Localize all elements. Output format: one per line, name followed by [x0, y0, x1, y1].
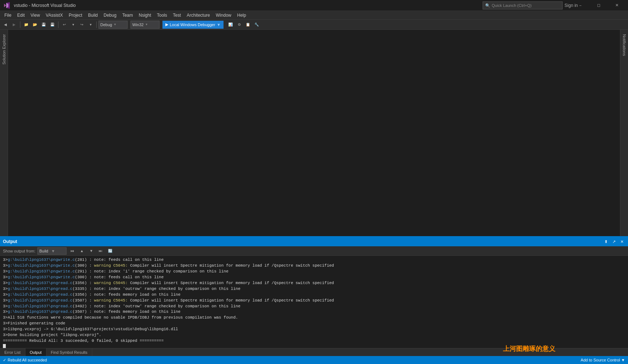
menu-file[interactable]: File	[1, 11, 14, 20]
output-source-label: Show output from:	[3, 249, 35, 253]
output-header: Output ⬆ ↗ ✕	[0, 237, 628, 246]
source-control-label: Add to Source Control ▼	[581, 358, 625, 362]
title-bar: vstudio - Microsoft Visual Studio 🔍 Quic…	[0, 0, 628, 11]
menu-test[interactable]: Test	[170, 11, 184, 20]
menu-debug[interactable]: Debug	[101, 11, 119, 20]
output-line: 3>All 518 functions were compiled becaus…	[3, 315, 625, 321]
output-btn-1[interactable]: ⏮	[69, 247, 76, 255]
output-line: ========== Rebuild All: 3 succeeded, 0 f…	[3, 338, 625, 344]
tab-find-symbol[interactable]: Find Symbol Results	[47, 348, 92, 356]
output-toolbar: Show output from: Build ▼ ⏮ ▲ ▼ ⏭ 🔄	[0, 246, 628, 256]
menu-window[interactable]: Window	[213, 11, 234, 20]
tab-error-list[interactable]: Error List	[0, 348, 25, 356]
back-button[interactable]: ◀	[1, 21, 9, 29]
output-title: Output	[3, 239, 601, 244]
menu-view[interactable]: View	[28, 11, 43, 20]
output-line: 3>g:\build\lpng1637\pngwrite.c(300) : no…	[3, 275, 625, 280]
output-btn-5[interactable]: 🔄	[106, 247, 114, 255]
sign-in-button[interactable]: Add to Source Control ▼ Sign in	[561, 1, 581, 9]
output-line: 3>Finished generating code	[3, 321, 625, 327]
platform-label: Win32	[132, 23, 144, 27]
output-line: 3>g:\build\lpng1637\pngread.c(3335) : no…	[3, 286, 625, 292]
output-content[interactable]: 3>g:\build\lpng1637\pngwrite.c(281) : no…	[0, 256, 628, 356]
output-close-btn[interactable]: ✕	[619, 238, 625, 245]
start-debug-button[interactable]: ▶ Local Windows Debugger ▼	[162, 21, 224, 29]
separator-1	[20, 21, 20, 28]
output-line: 3>g:\build\lpng1637\pngread.c(3507) : wa…	[3, 298, 625, 304]
forward-button[interactable]: ▶	[10, 21, 18, 29]
output-source-dropdown[interactable]: Build ▼	[37, 247, 67, 255]
status-message: Rebuild All succeeded	[8, 358, 47, 362]
menu-nsight[interactable]: Nsight	[136, 11, 154, 20]
new-project-btn[interactable]: 📁	[22, 21, 30, 29]
menu-team[interactable]: Team	[119, 11, 136, 20]
play-icon: ▶	[165, 22, 168, 27]
output-btn-3[interactable]: ▼	[88, 247, 95, 255]
menu-architecture[interactable]: Architecture	[184, 11, 213, 20]
output-line: 3>g:\build\lpng1637\pngwrite.c(300) : wa…	[3, 263, 625, 269]
debug-mode-dropdown[interactable]: Debug ▼	[98, 21, 128, 29]
debugger-label: Local Windows Debugger	[170, 23, 215, 27]
undo-btn[interactable]: ↩	[60, 21, 68, 29]
menu-tools[interactable]: Tools	[154, 11, 170, 20]
check-icon: ✓	[3, 358, 6, 363]
menu-build[interactable]: Build	[85, 11, 101, 20]
menu-vassistx[interactable]: VAssistX	[43, 11, 66, 20]
output-dock-btn[interactable]: ↗	[611, 238, 617, 245]
output-line: 3>libpng.vcxproj -> G:\Build\lpng1637\pr…	[3, 327, 625, 332]
output-source-arrow: ▼	[51, 249, 55, 253]
output-line: 3>g:\build\lpng1637\pngwrite.c(281) : no…	[3, 257, 625, 263]
restore-button[interactable]: ◻	[590, 0, 607, 11]
output-btn-4[interactable]: ⏭	[97, 247, 104, 255]
toolbar-extra-1[interactable]: 📊	[226, 21, 234, 29]
toolbar-extra-4[interactable]: 🔧	[253, 21, 261, 29]
output-line: 3>g:\build\lpng1637\pngread.c(3356) : no…	[3, 292, 625, 298]
search-icon: 🔍	[485, 3, 490, 8]
watermark-text: 上河图雕琢的意义	[503, 344, 555, 353]
debug-mode-label: Debug	[100, 23, 112, 27]
open-btn[interactable]: 📂	[31, 21, 39, 29]
output-line: 3>Done building project "libpng.vcxproj"…	[3, 332, 625, 338]
output-float-btn[interactable]: ⬆	[603, 238, 609, 245]
save-btn[interactable]: 💾	[40, 21, 48, 29]
solution-explorer-label[interactable]: Solution Explorer	[1, 31, 7, 68]
quick-launch-bar[interactable]: 🔍 Quick Launch (Ctrl+Q)	[483, 1, 563, 9]
save-all-btn[interactable]: 💾	[48, 21, 56, 29]
menu-edit[interactable]: Edit	[14, 11, 28, 20]
source-control-button[interactable]: Add to Source Control ▼	[581, 358, 625, 362]
status-right-area: Add to Source Control ▼	[581, 358, 625, 362]
menu-bar: File Edit View VAssistX Project Build De…	[0, 11, 628, 20]
toolbar-extra-2[interactable]: ⚙	[235, 21, 243, 29]
status-check-icon: ✓ Rebuild All succeeded	[3, 358, 47, 363]
output-line: 3>g:\build\lpng1637\pngread.c(3507) : no…	[3, 309, 625, 315]
separator-2	[58, 21, 59, 28]
output-line: 3>g:\build\lpng1637\pngread.c(3492) : no…	[3, 304, 625, 310]
notifications-label[interactable]: Notifications	[621, 31, 627, 59]
toolbar: ◀ ▶ 📁 📂 💾 💾 ↩ ▾ ↪ ▾ Debug ▼ Win32 ▼ ▶ Lo…	[0, 20, 628, 30]
undo-dropdown[interactable]: ▾	[69, 21, 77, 29]
platform-dropdown[interactable]: Win32 ▼	[130, 21, 160, 29]
menu-help[interactable]: Help	[234, 11, 249, 20]
output-panel: Output ⬆ ↗ ✕ Show output from: Build ▼ ⏮…	[0, 236, 628, 356]
close-button[interactable]: ✕	[608, 0, 625, 11]
redo-btn[interactable]: ↪	[78, 21, 86, 29]
separator-3	[96, 21, 97, 28]
toolbar-extra-3[interactable]: 📋	[244, 21, 252, 29]
output-source-value: Build	[39, 249, 48, 253]
debug-mode-arrow: ▼	[113, 23, 116, 26]
output-btn-2[interactable]: ▲	[78, 247, 85, 255]
output-line: 3>g:\build\lpng1637\pngwrite.c(291) : no…	[3, 269, 625, 275]
vs-logo	[3, 1, 11, 9]
status-bar: ✓ Rebuild All succeeded Add to Source Co…	[0, 356, 628, 364]
redo-dropdown[interactable]: ▾	[86, 21, 94, 29]
output-line: 3>g:\build\lpng1637\pngread.c(3356) : wa…	[3, 280, 625, 286]
tab-output[interactable]: Output	[25, 348, 47, 356]
platform-arrow: ▼	[145, 23, 148, 26]
menu-project[interactable]: Project	[66, 11, 85, 20]
debugger-arrow: ▼	[217, 23, 221, 27]
quick-launch-label: Quick Launch (Ctrl+Q)	[492, 3, 532, 8]
